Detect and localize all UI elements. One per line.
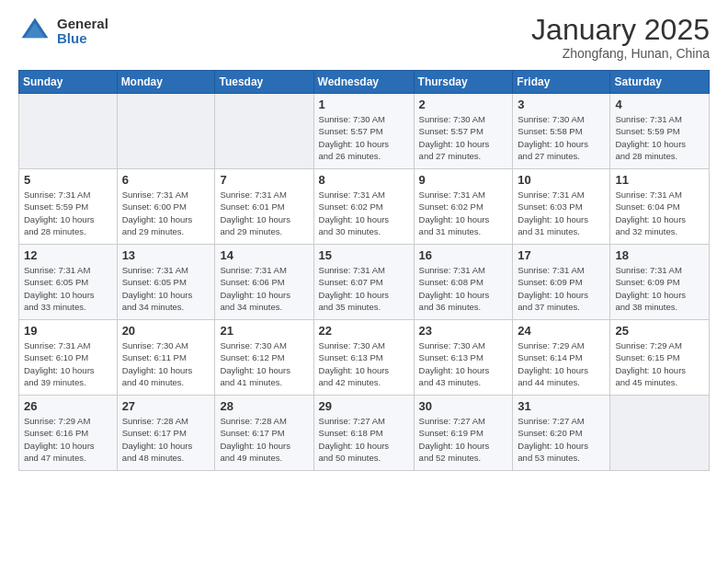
- col-header-tuesday: Tuesday: [215, 71, 313, 94]
- calendar-cell: 27Sunrise: 7:28 AMSunset: 6:17 PMDayligh…: [117, 396, 215, 471]
- day-info: Sunrise: 7:31 AMSunset: 6:06 PMDaylight:…: [220, 264, 308, 313]
- calendar-subtitle: Zhongfang, Hunan, China: [531, 46, 710, 61]
- day-info: Sunrise: 7:31 AMSunset: 6:10 PMDaylight:…: [24, 339, 112, 388]
- day-info: Sunrise: 7:31 AMSunset: 6:04 PMDaylight:…: [615, 189, 704, 237]
- calendar-cell: 5Sunrise: 7:31 AMSunset: 5:59 PMDaylight…: [19, 169, 118, 245]
- week-row-2: 5Sunrise: 7:31 AMSunset: 5:59 PMDaylight…: [19, 169, 710, 245]
- day-number: 3: [518, 98, 605, 111]
- calendar-cell: 13Sunrise: 7:31 AMSunset: 6:05 PMDayligh…: [117, 245, 215, 320]
- day-number: 2: [419, 98, 508, 111]
- col-header-saturday: Saturday: [610, 71, 710, 94]
- calendar-cell: 22Sunrise: 7:30 AMSunset: 6:13 PMDayligh…: [313, 320, 414, 396]
- day-info: Sunrise: 7:30 AMSunset: 6:12 PMDaylight:…: [220, 339, 308, 388]
- day-number: 13: [122, 248, 210, 262]
- day-info: Sunrise: 7:31 AMSunset: 6:03 PMDaylight:…: [518, 189, 605, 237]
- calendar-cell: 24Sunrise: 7:29 AMSunset: 6:14 PMDayligh…: [513, 320, 610, 396]
- calendar-cell: 18Sunrise: 7:31 AMSunset: 6:09 PMDayligh…: [610, 245, 710, 320]
- col-header-sunday: Sunday: [19, 71, 118, 94]
- title-block: January 2025 Zhongfang, Hunan, China: [531, 15, 710, 61]
- day-number: 6: [122, 173, 210, 187]
- day-info: Sunrise: 7:30 AMSunset: 5:57 PMDaylight:…: [419, 113, 508, 162]
- calendar-cell: [215, 94, 313, 169]
- day-info: Sunrise: 7:31 AMSunset: 6:09 PMDaylight:…: [615, 264, 704, 313]
- day-info: Sunrise: 7:31 AMSunset: 6:02 PMDaylight:…: [419, 189, 508, 237]
- day-info: Sunrise: 7:30 AMSunset: 5:58 PMDaylight:…: [518, 113, 605, 162]
- day-number: 19: [24, 324, 112, 338]
- col-header-thursday: Thursday: [414, 71, 513, 94]
- calendar-table: SundayMondayTuesdayWednesdayThursdayFrid…: [18, 70, 710, 471]
- calendar-cell: 8Sunrise: 7:31 AMSunset: 6:02 PMDaylight…: [313, 169, 414, 245]
- day-info: Sunrise: 7:31 AMSunset: 5:59 PMDaylight:…: [24, 189, 112, 237]
- logo: General Blue: [18, 15, 108, 48]
- day-number: 25: [615, 324, 704, 338]
- day-number: 15: [319, 248, 409, 262]
- calendar-cell: 31Sunrise: 7:27 AMSunset: 6:20 PMDayligh…: [513, 396, 610, 471]
- logo-general: General: [57, 17, 108, 32]
- day-info: Sunrise: 7:30 AMSunset: 6:13 PMDaylight:…: [319, 339, 409, 388]
- calendar-cell: [610, 396, 710, 471]
- calendar-cell: 23Sunrise: 7:30 AMSunset: 6:13 PMDayligh…: [414, 320, 513, 396]
- calendar-cell: 25Sunrise: 7:29 AMSunset: 6:15 PMDayligh…: [610, 320, 710, 396]
- col-header-friday: Friday: [513, 71, 610, 94]
- day-number: 31: [518, 399, 605, 413]
- day-number: 14: [220, 248, 308, 262]
- calendar-cell: 11Sunrise: 7:31 AMSunset: 6:04 PMDayligh…: [610, 169, 710, 245]
- day-number: 17: [518, 248, 605, 262]
- calendar-cell: 6Sunrise: 7:31 AMSunset: 6:00 PMDaylight…: [117, 169, 215, 245]
- calendar-cell: 15Sunrise: 7:31 AMSunset: 6:07 PMDayligh…: [313, 245, 414, 320]
- calendar-cell: 19Sunrise: 7:31 AMSunset: 6:10 PMDayligh…: [19, 320, 118, 396]
- day-number: 1: [319, 98, 409, 111]
- day-info: Sunrise: 7:30 AMSunset: 6:13 PMDaylight:…: [419, 339, 508, 388]
- col-header-wednesday: Wednesday: [313, 71, 414, 94]
- week-row-4: 19Sunrise: 7:31 AMSunset: 6:10 PMDayligh…: [19, 320, 710, 396]
- day-info: Sunrise: 7:31 AMSunset: 5:59 PMDaylight:…: [615, 113, 704, 162]
- day-number: 24: [518, 324, 605, 338]
- calendar-cell: 29Sunrise: 7:27 AMSunset: 6:18 PMDayligh…: [313, 396, 414, 471]
- logo-icon: [18, 15, 51, 48]
- day-info: Sunrise: 7:28 AMSunset: 6:17 PMDaylight:…: [220, 415, 308, 464]
- day-info: Sunrise: 7:30 AMSunset: 5:57 PMDaylight:…: [319, 113, 409, 162]
- day-info: Sunrise: 7:27 AMSunset: 6:20 PMDaylight:…: [518, 415, 605, 464]
- calendar-cell: 10Sunrise: 7:31 AMSunset: 6:03 PMDayligh…: [513, 169, 610, 245]
- day-number: 16: [419, 248, 508, 262]
- day-number: 27: [122, 399, 210, 413]
- header: General Blue January 2025 Zhongfang, Hun…: [18, 15, 710, 61]
- logo-text: General Blue: [57, 17, 108, 47]
- day-number: 28: [220, 399, 308, 413]
- day-number: 21: [220, 324, 308, 338]
- calendar-cell: 30Sunrise: 7:27 AMSunset: 6:19 PMDayligh…: [414, 396, 513, 471]
- day-info: Sunrise: 7:29 AMSunset: 6:16 PMDaylight:…: [24, 415, 112, 464]
- day-number: 26: [24, 399, 112, 413]
- day-info: Sunrise: 7:31 AMSunset: 6:01 PMDaylight:…: [220, 189, 308, 237]
- day-number: 20: [122, 324, 210, 338]
- day-number: 8: [319, 173, 409, 187]
- day-number: 10: [518, 173, 605, 187]
- day-info: Sunrise: 7:27 AMSunset: 6:18 PMDaylight:…: [319, 415, 409, 464]
- logo-blue: Blue: [57, 31, 108, 47]
- col-header-monday: Monday: [117, 71, 215, 94]
- day-number: 18: [615, 248, 704, 262]
- day-info: Sunrise: 7:31 AMSunset: 6:05 PMDaylight:…: [122, 264, 210, 313]
- calendar-cell: 26Sunrise: 7:29 AMSunset: 6:16 PMDayligh…: [19, 396, 118, 471]
- day-info: Sunrise: 7:31 AMSunset: 6:02 PMDaylight:…: [319, 189, 409, 237]
- calendar-cell: 4Sunrise: 7:31 AMSunset: 5:59 PMDaylight…: [610, 94, 710, 169]
- calendar-cell: 12Sunrise: 7:31 AMSunset: 6:05 PMDayligh…: [19, 245, 118, 320]
- day-number: 23: [419, 324, 508, 338]
- day-number: 5: [24, 173, 112, 187]
- day-info: Sunrise: 7:27 AMSunset: 6:19 PMDaylight:…: [419, 415, 508, 464]
- day-number: 29: [319, 399, 409, 413]
- week-row-3: 12Sunrise: 7:31 AMSunset: 6:05 PMDayligh…: [19, 245, 710, 320]
- day-number: 9: [419, 173, 508, 187]
- calendar-title: January 2025: [531, 15, 710, 44]
- day-info: Sunrise: 7:31 AMSunset: 6:07 PMDaylight:…: [319, 264, 409, 313]
- week-row-1: 1Sunrise: 7:30 AMSunset: 5:57 PMDaylight…: [19, 94, 710, 169]
- calendar-cell: [19, 94, 118, 169]
- day-info: Sunrise: 7:30 AMSunset: 6:11 PMDaylight:…: [122, 339, 210, 388]
- calendar-cell: 20Sunrise: 7:30 AMSunset: 6:11 PMDayligh…: [117, 320, 215, 396]
- day-number: 22: [319, 324, 409, 338]
- day-number: 12: [24, 248, 112, 262]
- day-info: Sunrise: 7:31 AMSunset: 6:00 PMDaylight:…: [122, 189, 210, 237]
- day-info: Sunrise: 7:29 AMSunset: 6:14 PMDaylight:…: [518, 339, 605, 388]
- page: General Blue January 2025 Zhongfang, Hun…: [0, 0, 728, 563]
- calendar-cell: [117, 94, 215, 169]
